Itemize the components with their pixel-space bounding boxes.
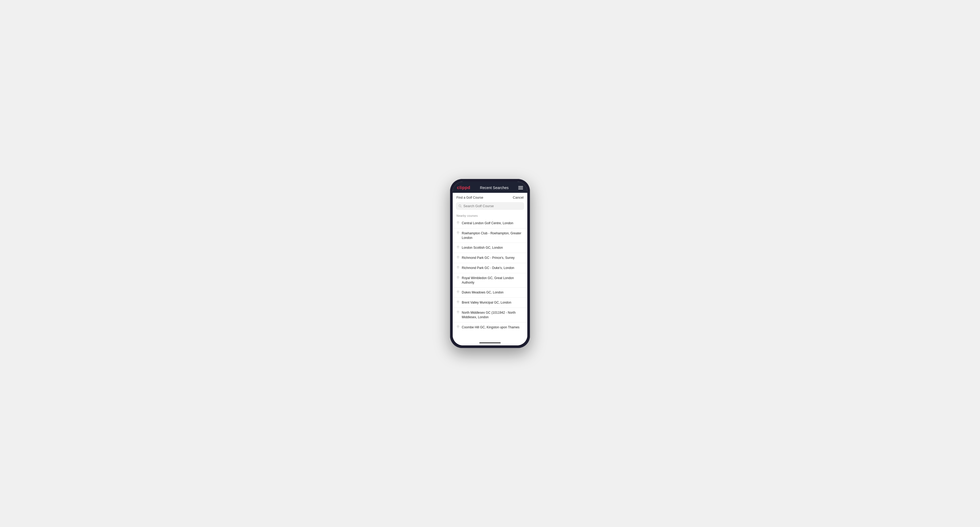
course-name: Roehampton Club - Roehampton, Greater Lo… <box>462 231 523 240</box>
pin-icon <box>457 311 460 314</box>
list-item[interactable]: North Middlesex GC (1011942 - North Midd… <box>453 308 527 322</box>
pin-icon <box>457 266 460 269</box>
cancel-button[interactable]: Cancel <box>513 195 523 200</box>
course-name: Brent Valley Municipal GC, London <box>462 300 511 305</box>
course-name: Richmond Park GC - Prince's, Surrey <box>462 256 514 260</box>
course-name: Richmond Park GC - Duke's, London <box>462 266 514 270</box>
pin-icon <box>457 221 460 224</box>
top-bar: clippd Recent Searches <box>453 182 527 193</box>
course-name: London Scottish GC, London <box>462 246 503 250</box>
list-item[interactable]: Roehampton Club - Roehampton, Greater Lo… <box>453 229 527 243</box>
svg-line-1 <box>461 206 461 207</box>
list-item[interactable]: Central London Golf Centre, London <box>453 218 527 229</box>
hamburger-menu-icon[interactable] <box>518 186 523 189</box>
course-name: Royal Wimbledon GC, Great London Authori… <box>462 276 523 285</box>
page-title: Recent Searches <box>480 186 508 190</box>
list-item[interactable]: Richmond Park GC - Prince's, Surrey <box>453 253 527 263</box>
svg-point-6 <box>458 267 458 267</box>
svg-point-4 <box>458 247 458 247</box>
nearby-section: Nearby courses Central London Golf Centr… <box>453 212 527 341</box>
svg-point-3 <box>458 232 458 232</box>
main-content: Find a Golf Course Cancel Nearby courses <box>453 193 527 345</box>
list-item[interactable]: Dukes Meadows GC, London <box>453 287 527 298</box>
phone-screen: clippd Recent Searches Find a Golf Cours… <box>453 182 527 345</box>
search-input[interactable] <box>463 204 522 208</box>
pin-icon <box>457 301 460 304</box>
search-header: Find a Golf Course Cancel <box>453 193 527 201</box>
pin-icon <box>457 256 460 259</box>
list-item[interactable]: Coombe Hill GC, Kingston upon Thames <box>453 322 527 332</box>
course-name: Coombe Hill GC, Kingston upon Thames <box>462 325 520 330</box>
home-indicator <box>453 341 527 345</box>
list-item[interactable]: Richmond Park GC - Duke's, London <box>453 263 527 273</box>
svg-point-5 <box>458 257 458 257</box>
phone-device: clippd Recent Searches Find a Golf Cours… <box>450 179 530 348</box>
course-list: Central London Golf Centre, London Roeha… <box>453 218 527 332</box>
search-icon <box>458 205 462 208</box>
course-name: Central London Golf Centre, London <box>462 221 513 225</box>
svg-point-9 <box>458 302 458 302</box>
list-item[interactable]: Brent Valley Municipal GC, London <box>453 298 527 308</box>
home-bar <box>479 343 501 343</box>
search-box-container <box>453 201 527 212</box>
list-item[interactable]: London Scottish GC, London <box>453 243 527 253</box>
search-box[interactable] <box>456 202 524 210</box>
nearby-header: Nearby courses <box>453 212 527 218</box>
pin-icon <box>457 246 460 249</box>
pin-icon <box>457 290 460 294</box>
svg-point-7 <box>458 277 458 277</box>
find-label: Find a Golf Course <box>457 196 483 200</box>
svg-point-8 <box>458 291 458 292</box>
pin-icon <box>457 232 460 235</box>
pin-icon <box>457 325 460 329</box>
svg-point-11 <box>458 326 458 327</box>
svg-point-2 <box>458 222 458 222</box>
svg-point-10 <box>458 311 458 312</box>
app-logo: clippd <box>457 185 470 190</box>
course-name: Dukes Meadows GC, London <box>462 290 504 295</box>
list-item[interactable]: Royal Wimbledon GC, Great London Authori… <box>453 273 527 288</box>
course-name: North Middlesex GC (1011942 - North Midd… <box>462 311 523 319</box>
pin-icon <box>457 276 460 279</box>
